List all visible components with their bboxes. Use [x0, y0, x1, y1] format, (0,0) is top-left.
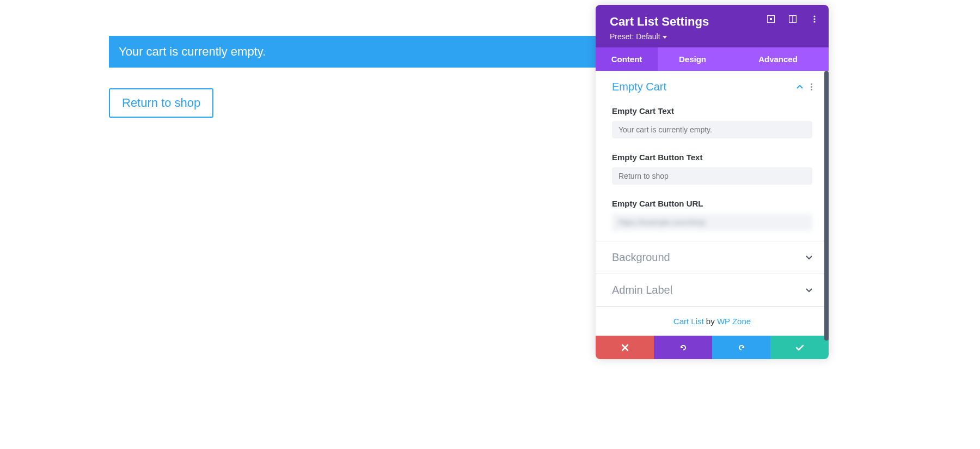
cancel-button[interactable]: [596, 336, 654, 359]
input-empty-cart-button-url[interactable]: [612, 214, 812, 231]
footer-buttons: [596, 336, 829, 359]
chevron-down-icon: [806, 256, 812, 260]
caret-down-icon: [663, 36, 667, 39]
section-controls: [806, 288, 812, 293]
section-controls: [797, 83, 812, 90]
svg-rect-1: [770, 18, 772, 20]
credit-line: Cart List by WP Zone: [596, 307, 829, 336]
save-button[interactable]: [770, 336, 829, 359]
undo-button[interactable]: [654, 336, 712, 359]
preset-label: Preset: Default: [610, 32, 660, 41]
label-empty-cart-button-url: Empty Cart Button URL: [612, 199, 812, 208]
section-title: Admin Label: [612, 284, 672, 296]
input-empty-cart-button-text[interactable]: [612, 167, 812, 185]
return-to-shop-button[interactable]: Return to shop: [109, 88, 213, 118]
scrollbar-track: [824, 71, 829, 341]
tab-advanced[interactable]: Advanced: [727, 47, 829, 71]
section-empty-cart[interactable]: Empty Cart: [596, 71, 829, 103]
credit-by: by: [704, 317, 717, 326]
section-more-icon[interactable]: [811, 83, 812, 90]
preset-selector[interactable]: Preset: Default: [610, 32, 814, 41]
svg-point-5: [813, 18, 815, 20]
label-empty-cart-text: Empty Cart Text: [612, 106, 812, 116]
section-title: Background: [612, 251, 670, 264]
tab-design[interactable]: Design: [658, 47, 727, 71]
redo-button[interactable]: [712, 336, 770, 359]
tab-content[interactable]: Content: [596, 47, 658, 71]
panel-header: Cart List Settings Preset: Default: [596, 5, 829, 47]
section-controls: [806, 256, 812, 260]
chevron-down-icon: [806, 288, 812, 293]
panel-body: Empty Cart Empty Cart Text Empty Cart Bu…: [596, 71, 829, 336]
section-admin-label[interactable]: Admin Label: [596, 274, 829, 306]
label-empty-cart-button-text: Empty Cart Button Text: [612, 153, 812, 162]
settings-panel: Cart List Settings Preset: Default Conte…: [596, 5, 829, 359]
tab-bar: Content Design Advanced: [596, 47, 829, 71]
scrollbar-thumb[interactable]: [824, 71, 829, 341]
columns-icon[interactable]: [788, 15, 797, 23]
header-icon-group: [767, 15, 819, 23]
input-empty-cart-text[interactable]: [612, 121, 812, 138]
field-group-empty-cart: Empty Cart Text Empty Cart Button Text E…: [596, 106, 829, 241]
svg-point-6: [813, 21, 815, 22]
credit-link-wp-zone[interactable]: WP Zone: [717, 317, 751, 326]
more-icon[interactable]: [810, 15, 819, 23]
svg-point-4: [813, 15, 815, 17]
chevron-up-icon: [797, 85, 803, 89]
expand-icon[interactable]: [767, 15, 775, 23]
credit-link-cart-list[interactable]: Cart List: [673, 317, 704, 326]
section-background[interactable]: Background: [596, 241, 829, 274]
section-title: Empty Cart: [612, 81, 666, 93]
